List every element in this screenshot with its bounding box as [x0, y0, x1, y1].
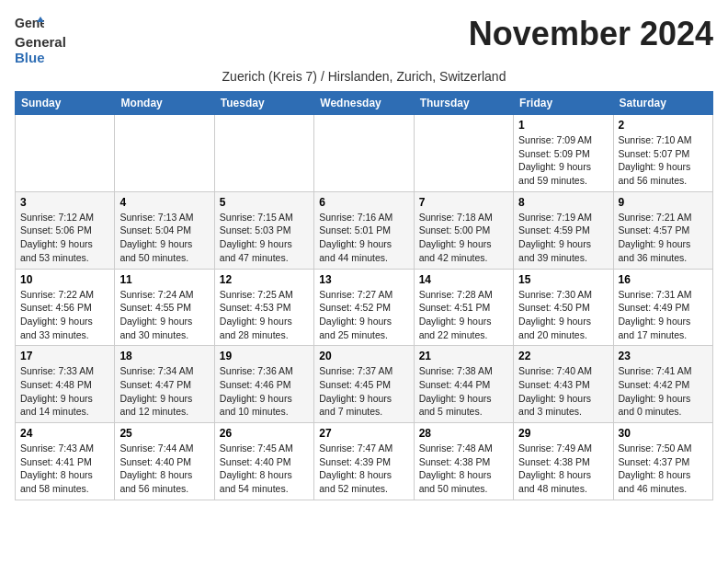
day-cell: 21Sunrise: 7:38 AM Sunset: 4:44 PM Dayli… [414, 346, 513, 423]
day-number: 15 [518, 273, 608, 286]
day-cell: 25Sunrise: 7:44 AM Sunset: 4:40 PM Dayli… [115, 423, 214, 500]
day-number: 30 [619, 427, 708, 440]
week-row-1: 1Sunrise: 7:09 AM Sunset: 5:09 PM Daylig… [16, 115, 713, 192]
day-number: 17 [20, 350, 109, 362]
day-number: 25 [119, 427, 209, 440]
day-cell: 12Sunrise: 7:25 AM Sunset: 4:53 PM Dayli… [214, 269, 313, 346]
day-number: 1 [518, 119, 608, 132]
day-cell: 6Sunrise: 7:16 AM Sunset: 5:01 PM Daylig… [314, 191, 414, 269]
day-number: 16 [619, 273, 708, 286]
day-info: Sunrise: 7:38 AM Sunset: 4:44 PM Dayligh… [419, 364, 508, 419]
week-row-3: 10Sunrise: 7:22 AM Sunset: 4:56 PM Dayli… [16, 269, 713, 346]
day-info: Sunrise: 7:47 AM Sunset: 4:39 PM Dayligh… [319, 442, 408, 496]
day-number: 7 [419, 196, 508, 209]
day-cell: 22Sunrise: 7:40 AM Sunset: 4:43 PM Dayli… [514, 346, 613, 423]
logo-general: General [15, 34, 66, 50]
day-cell: 1Sunrise: 7:09 AM Sunset: 5:09 PM Daylig… [514, 115, 613, 192]
day-cell: 23Sunrise: 7:41 AM Sunset: 4:42 PM Dayli… [613, 346, 712, 423]
day-info: Sunrise: 7:41 AM Sunset: 4:42 PM Dayligh… [619, 364, 708, 419]
day-cell: 15Sunrise: 7:30 AM Sunset: 4:50 PM Dayli… [514, 269, 613, 346]
day-number: 4 [119, 196, 209, 209]
day-cell: 17Sunrise: 7:33 AM Sunset: 4:48 PM Dayli… [16, 346, 115, 423]
weekday-header-wednesday: Wednesday [314, 92, 414, 115]
day-cell: 19Sunrise: 7:36 AM Sunset: 4:46 PM Dayli… [214, 346, 313, 423]
logo-blue: Blue [15, 50, 45, 65]
day-number: 2 [619, 119, 708, 132]
day-number: 28 [419, 427, 508, 440]
day-cell [115, 115, 214, 192]
day-info: Sunrise: 7:16 AM Sunset: 5:01 PM Dayligh… [319, 211, 408, 265]
weekday-header-row: SundayMondayTuesdayWednesdayThursdayFrid… [16, 92, 713, 115]
day-info: Sunrise: 7:21 AM Sunset: 4:57 PM Dayligh… [619, 211, 708, 265]
day-info: Sunrise: 7:31 AM Sunset: 4:49 PM Dayligh… [619, 288, 708, 342]
day-number: 26 [220, 427, 309, 440]
logo: General General Blue [15, 15, 66, 65]
day-info: Sunrise: 7:24 AM Sunset: 4:55 PM Dayligh… [119, 288, 209, 342]
day-info: Sunrise: 7:27 AM Sunset: 4:52 PM Dayligh… [319, 288, 408, 342]
day-number: 20 [319, 350, 408, 362]
day-cell: 24Sunrise: 7:43 AM Sunset: 4:41 PM Dayli… [16, 423, 115, 500]
weekday-header-monday: Monday [115, 92, 214, 115]
day-cell: 5Sunrise: 7:15 AM Sunset: 5:03 PM Daylig… [214, 191, 313, 269]
day-cell: 4Sunrise: 7:13 AM Sunset: 5:04 PM Daylig… [115, 191, 214, 269]
day-number: 12 [220, 273, 309, 286]
day-cell: 16Sunrise: 7:31 AM Sunset: 4:49 PM Dayli… [613, 269, 712, 346]
day-number: 19 [220, 350, 309, 362]
day-cell: 13Sunrise: 7:27 AM Sunset: 4:52 PM Dayli… [314, 269, 414, 346]
day-info: Sunrise: 7:09 AM Sunset: 5:09 PM Dayligh… [518, 133, 608, 188]
day-number: 14 [419, 273, 508, 286]
day-cell [414, 115, 513, 192]
day-number: 9 [619, 196, 708, 209]
day-info: Sunrise: 7:10 AM Sunset: 5:07 PM Dayligh… [619, 133, 708, 188]
day-cell: 30Sunrise: 7:50 AM Sunset: 4:37 PM Dayli… [613, 423, 712, 500]
day-number: 5 [220, 196, 309, 209]
weekday-header-saturday: Saturday [613, 92, 712, 115]
day-number: 22 [518, 350, 608, 362]
day-number: 24 [20, 427, 109, 440]
day-number: 13 [319, 273, 408, 286]
day-cell: 11Sunrise: 7:24 AM Sunset: 4:55 PM Dayli… [115, 269, 214, 346]
day-cell: 28Sunrise: 7:48 AM Sunset: 4:38 PM Dayli… [414, 423, 513, 500]
day-number: 3 [20, 196, 109, 209]
day-info: Sunrise: 7:15 AM Sunset: 5:03 PM Dayligh… [220, 211, 309, 265]
day-info: Sunrise: 7:44 AM Sunset: 4:40 PM Dayligh… [119, 442, 209, 496]
day-info: Sunrise: 7:48 AM Sunset: 4:38 PM Dayligh… [419, 442, 508, 496]
day-info: Sunrise: 7:13 AM Sunset: 5:04 PM Dayligh… [119, 211, 209, 265]
day-cell: 29Sunrise: 7:49 AM Sunset: 4:38 PM Dayli… [514, 423, 613, 500]
day-cell [16, 115, 115, 192]
day-number: 18 [119, 350, 209, 362]
day-cell: 14Sunrise: 7:28 AM Sunset: 4:51 PM Dayli… [414, 269, 513, 346]
week-row-4: 17Sunrise: 7:33 AM Sunset: 4:48 PM Dayli… [16, 346, 713, 423]
day-number: 27 [319, 427, 408, 440]
calendar-table: SundayMondayTuesdayWednesdayThursdayFrid… [15, 91, 713, 500]
weekday-header-friday: Friday [514, 92, 613, 115]
day-cell: 20Sunrise: 7:37 AM Sunset: 4:45 PM Dayli… [314, 346, 414, 423]
day-info: Sunrise: 7:22 AM Sunset: 4:56 PM Dayligh… [20, 288, 109, 342]
day-info: Sunrise: 7:28 AM Sunset: 4:51 PM Dayligh… [419, 288, 508, 342]
day-info: Sunrise: 7:45 AM Sunset: 4:40 PM Dayligh… [220, 442, 309, 496]
day-cell [214, 115, 313, 192]
weekday-header-sunday: Sunday [16, 92, 115, 115]
day-cell: 7Sunrise: 7:18 AM Sunset: 5:00 PM Daylig… [414, 191, 513, 269]
day-info: Sunrise: 7:50 AM Sunset: 4:37 PM Dayligh… [619, 442, 708, 496]
day-info: Sunrise: 7:25 AM Sunset: 4:53 PM Dayligh… [220, 288, 309, 342]
day-cell: 8Sunrise: 7:19 AM Sunset: 4:59 PM Daylig… [514, 191, 613, 269]
day-cell: 9Sunrise: 7:21 AM Sunset: 4:57 PM Daylig… [613, 191, 712, 269]
day-cell: 26Sunrise: 7:45 AM Sunset: 4:40 PM Dayli… [214, 423, 313, 500]
day-cell [314, 115, 414, 192]
day-info: Sunrise: 7:12 AM Sunset: 5:06 PM Dayligh… [20, 211, 109, 265]
weekday-header-tuesday: Tuesday [214, 92, 313, 115]
day-number: 8 [518, 196, 608, 209]
day-number: 6 [319, 196, 408, 209]
day-info: Sunrise: 7:40 AM Sunset: 4:43 PM Dayligh… [518, 364, 608, 419]
day-cell: 3Sunrise: 7:12 AM Sunset: 5:06 PM Daylig… [16, 191, 115, 269]
day-info: Sunrise: 7:34 AM Sunset: 4:47 PM Dayligh… [119, 364, 209, 419]
day-number: 10 [20, 273, 109, 286]
day-cell: 2Sunrise: 7:10 AM Sunset: 5:07 PM Daylig… [613, 115, 712, 192]
day-info: Sunrise: 7:33 AM Sunset: 4:48 PM Dayligh… [20, 364, 109, 419]
day-cell: 18Sunrise: 7:34 AM Sunset: 4:47 PM Dayli… [115, 346, 214, 423]
day-cell: 10Sunrise: 7:22 AM Sunset: 4:56 PM Dayli… [16, 269, 115, 346]
day-cell: 27Sunrise: 7:47 AM Sunset: 4:39 PM Dayli… [314, 423, 414, 500]
day-info: Sunrise: 7:43 AM Sunset: 4:41 PM Dayligh… [20, 442, 109, 496]
day-info: Sunrise: 7:18 AM Sunset: 5:00 PM Dayligh… [419, 211, 508, 265]
